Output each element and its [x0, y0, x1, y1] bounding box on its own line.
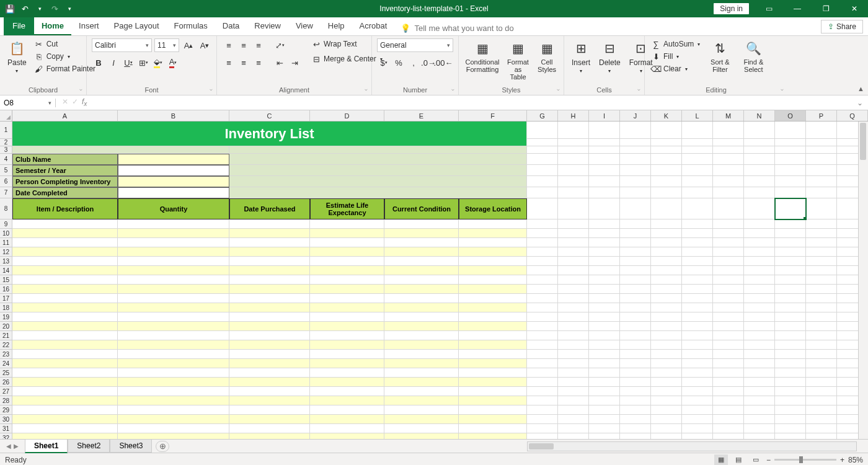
data-cell[interactable]: [118, 396, 229, 405]
tab-file[interactable]: File: [4, 17, 34, 35]
conditional-formatting-button[interactable]: ▦Conditional Formatting: [464, 38, 501, 74]
cell-P32[interactable]: [806, 433, 837, 439]
data-cell[interactable]: [229, 387, 310, 396]
cell-G5[interactable]: [527, 165, 558, 176]
sign-in-button[interactable]: Sign in: [714, 3, 749, 14]
data-cell[interactable]: [118, 405, 229, 415]
row-header-24[interactable]: 24: [0, 359, 12, 368]
zoom-out-button[interactable]: −: [766, 456, 771, 464]
italic-button[interactable]: I: [107, 56, 120, 69]
col-header-L[interactable]: L: [682, 110, 713, 121]
cell-I1[interactable]: [589, 122, 620, 139]
cell-M22[interactable]: [713, 340, 744, 350]
cell-I8[interactable]: [589, 198, 620, 219]
view-page-break-icon[interactable]: ▭: [749, 454, 763, 466]
fx-icon[interactable]: fx: [82, 97, 87, 107]
cell-I32[interactable]: [589, 433, 620, 439]
percent-format-icon[interactable]: %: [392, 56, 405, 69]
data-cell[interactable]: [229, 424, 310, 433]
undo-more-icon[interactable]: ▾: [33, 2, 46, 15]
cell-G2[interactable]: [527, 139, 558, 146]
cell-I26[interactable]: [589, 378, 620, 387]
row-header-15[interactable]: 15: [0, 275, 12, 285]
data-cell[interactable]: [12, 247, 118, 257]
cell-P3[interactable]: [806, 146, 837, 154]
row-header-12[interactable]: 12: [0, 247, 12, 257]
redo-icon[interactable]: ↷: [48, 2, 61, 15]
cell-M23[interactable]: [713, 350, 744, 359]
cell-M8[interactable]: [713, 198, 744, 219]
clear-button[interactable]: ⌫Clear▾: [650, 63, 701, 74]
cell-P8[interactable]: [806, 198, 837, 219]
cell-P19[interactable]: [806, 312, 837, 322]
cell-J8[interactable]: [620, 198, 651, 219]
data-cell[interactable]: [12, 266, 118, 275]
data-cell[interactable]: [384, 424, 459, 433]
cell-G18[interactable]: [527, 303, 558, 312]
cell-P4[interactable]: [806, 154, 837, 165]
info-input-2[interactable]: [118, 176, 229, 187]
cell-J18[interactable]: [620, 303, 651, 312]
cell-I5[interactable]: [589, 165, 620, 176]
align-top-icon[interactable]: ≡: [222, 38, 236, 52]
cell-H19[interactable]: [558, 312, 589, 322]
data-cell[interactable]: [118, 415, 229, 424]
col-header-I[interactable]: I: [589, 110, 620, 121]
cell-G15[interactable]: [527, 275, 558, 285]
fill-button[interactable]: ⬇Fill▾: [650, 51, 701, 62]
bold-button[interactable]: B: [92, 56, 105, 69]
data-cell[interactable]: [12, 387, 118, 396]
data-cell[interactable]: [12, 331, 118, 340]
cell-G32[interactable]: [527, 433, 558, 439]
cell-O27[interactable]: [775, 387, 806, 396]
cell-J22[interactable]: [620, 340, 651, 350]
cell-N8[interactable]: [744, 198, 775, 219]
data-cell[interactable]: [384, 340, 459, 350]
data-cell[interactable]: [118, 266, 229, 275]
vertical-scrollbar[interactable]: [858, 122, 868, 439]
cell-K1[interactable]: [651, 122, 682, 139]
cell-K8[interactable]: [651, 198, 682, 219]
zoom-in-button[interactable]: +: [840, 456, 844, 464]
shrink-font-icon[interactable]: A▾: [198, 38, 211, 52]
tell-me-search[interactable]: 💡 Tell me what you want to do: [394, 21, 520, 35]
col-header-H[interactable]: H: [558, 110, 589, 121]
orientation-icon[interactable]: ⤢▾: [273, 38, 286, 52]
accounting-format-icon[interactable]: $▾: [377, 56, 391, 69]
cell-O6[interactable]: [775, 176, 806, 187]
cell-G4[interactable]: [527, 154, 558, 165]
cell-K14[interactable]: [651, 266, 682, 275]
data-cell[interactable]: [229, 378, 310, 387]
data-cell[interactable]: [310, 312, 384, 322]
align-right-icon[interactable]: ≡: [252, 56, 265, 69]
cell-G17[interactable]: [527, 294, 558, 303]
cell-J16[interactable]: [620, 285, 651, 294]
indent-decrease-icon[interactable]: ⇤: [273, 56, 286, 69]
data-cell[interactable]: [118, 285, 229, 294]
cell-J12[interactable]: [620, 247, 651, 257]
data-cell[interactable]: [118, 275, 229, 285]
cell-O12[interactable]: [775, 247, 806, 257]
cell-H21[interactable]: [558, 331, 589, 340]
data-cell[interactable]: [12, 312, 118, 322]
cell-M5[interactable]: [713, 165, 744, 176]
number-format-select[interactable]: General: [377, 38, 453, 52]
cell-I7[interactable]: [589, 187, 620, 198]
tab-nav-next-icon[interactable]: ▶: [14, 443, 19, 450]
cell-M14[interactable]: [713, 266, 744, 275]
row-header-30[interactable]: 30: [0, 415, 12, 424]
col-header-A[interactable]: A: [12, 110, 118, 121]
cell-O25[interactable]: [775, 368, 806, 378]
cell-M2[interactable]: [713, 139, 744, 146]
row-header-14[interactable]: 14: [0, 266, 12, 275]
cell-N27[interactable]: [744, 387, 775, 396]
data-cell[interactable]: [459, 350, 527, 359]
ribbon-display-icon[interactable]: ▭: [755, 0, 782, 17]
cell-H17[interactable]: [558, 294, 589, 303]
cell-H15[interactable]: [558, 275, 589, 285]
data-cell[interactable]: [118, 424, 229, 433]
cell-P27[interactable]: [806, 387, 837, 396]
cell-K10[interactable]: [651, 229, 682, 238]
col-header-C[interactable]: C: [229, 110, 310, 121]
cell-J14[interactable]: [620, 266, 651, 275]
